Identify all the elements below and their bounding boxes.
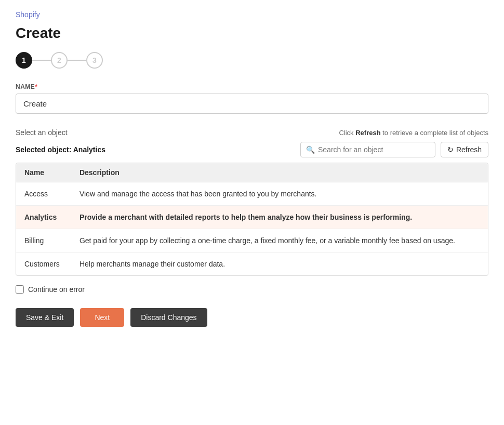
next-button[interactable]: Next (80, 308, 124, 327)
name-input[interactable] (16, 94, 488, 114)
table-row[interactable]: AccessView and manage the access that ha… (16, 182, 488, 206)
search-icon: 🔍 (306, 145, 315, 154)
table-cell-name: Billing (16, 229, 71, 253)
footer-buttons: Save & Exit Next Discard Changes (16, 308, 488, 327)
discard-changes-button[interactable]: Discard Changes (130, 308, 207, 327)
save-exit-button[interactable]: Save & Exit (16, 308, 74, 327)
search-and-refresh: 🔍 ↻ Refresh (300, 142, 488, 157)
table-cell-description: Get paid for your app by collecting a on… (71, 229, 488, 253)
continue-on-error-checkbox[interactable] (16, 285, 24, 294)
stepper: 1 2 3 (16, 52, 488, 69)
table-cell-description: Help merchants manage their customer dat… (71, 253, 488, 276)
table-cell-name: Analytics (16, 206, 71, 229)
selected-object-label: Selected object: Analytics (16, 145, 105, 154)
continue-on-error-label[interactable]: Continue on error (28, 285, 85, 294)
step-2[interactable]: 2 (51, 52, 68, 69)
object-table-container[interactable]: Name Description AccessView and manage t… (16, 163, 488, 276)
table-cell-description: View and manage the access that has been… (71, 182, 488, 206)
search-input[interactable] (318, 145, 430, 154)
table-row[interactable]: BillingGet paid for your app by collecti… (16, 229, 488, 253)
refresh-icon: ↻ (447, 145, 454, 154)
select-object-label: Select an object (16, 128, 68, 137)
required-indicator: * (35, 83, 37, 90)
table-body: AccessView and manage the access that ha… (16, 182, 488, 276)
object-section: Select an object Click Refresh to retrie… (16, 128, 488, 276)
refresh-hint: Click Refresh to retrieve a complete lis… (339, 129, 488, 137)
object-section-top: Select an object Click Refresh to retrie… (16, 128, 488, 137)
object-table: Name Description AccessView and manage t… (16, 163, 488, 275)
search-box: 🔍 (300, 142, 435, 157)
table-row[interactable]: CustomersHelp merchants manage their cus… (16, 253, 488, 276)
table-cell-name: Access (16, 182, 71, 206)
table-cell-name: Customers (16, 253, 71, 276)
col-description: Description (71, 163, 488, 182)
step-1[interactable]: 1 (16, 52, 32, 69)
step-connector-2-3 (68, 60, 86, 61)
table-cell-description: Provide a merchant with detailed reports… (71, 206, 488, 229)
step-3[interactable]: 3 (86, 52, 103, 69)
table-header: Name Description (16, 163, 488, 182)
refresh-button-label: Refresh (456, 145, 482, 154)
name-label: NAME* (16, 83, 488, 90)
continue-on-error-row: Continue on error (16, 285, 488, 294)
refresh-button[interactable]: ↻ Refresh (441, 142, 488, 157)
table-row[interactable]: AnalyticsProvide a merchant with detaile… (16, 206, 488, 229)
step-connector-1-2 (32, 60, 51, 61)
breadcrumb-link[interactable]: Shopify (16, 10, 40, 19)
page-title: Create (16, 25, 488, 42)
col-name: Name (16, 163, 71, 182)
object-section-controls: Selected object: Analytics 🔍 ↻ Refresh (16, 142, 488, 157)
name-field-group: NAME* (16, 83, 488, 114)
